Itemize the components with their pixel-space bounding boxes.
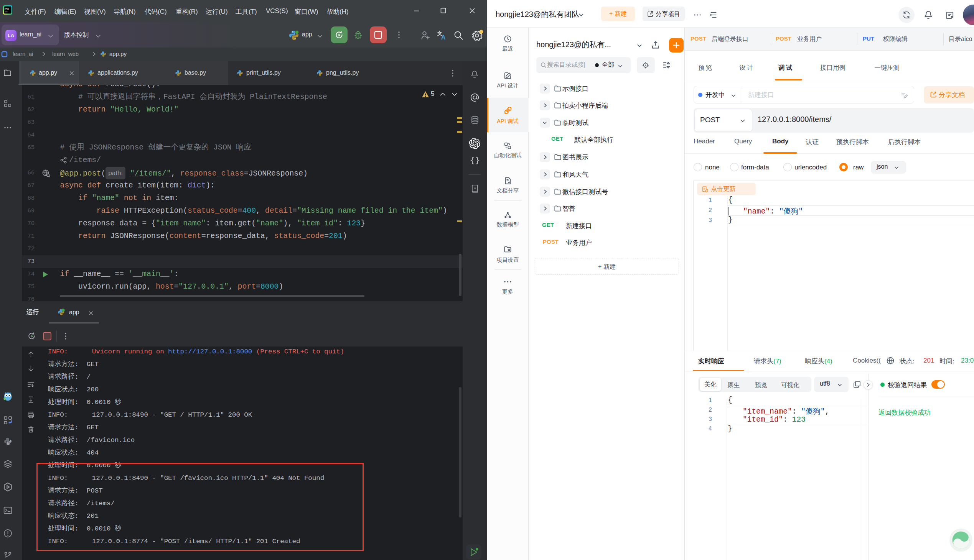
svg-text:A: A xyxy=(474,186,476,190)
svg-text:PC: PC xyxy=(5,7,9,11)
svg-text:A: A xyxy=(441,34,446,41)
